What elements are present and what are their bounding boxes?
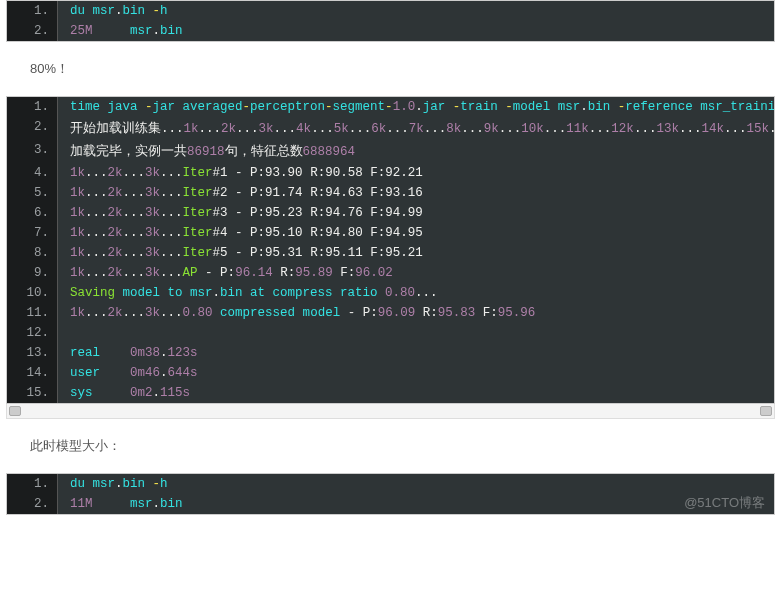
code-line: time java -jar averaged-perceptron-segme… — [58, 97, 776, 117]
line-number: 8. — [7, 243, 58, 263]
code-line: 1k...2k...3k...AP - P:96.14 R:95.89 F:96… — [58, 263, 776, 283]
code-line: real 0m38.123s — [58, 343, 776, 363]
code-block-1: 1.du msr.bin -h2.25M msr.bin — [6, 0, 775, 42]
line-number: 3. — [7, 140, 58, 163]
code-line: du msr.bin -h — [58, 474, 775, 494]
paragraph-model-size: 此时模型大小： — [30, 437, 751, 455]
code-line: 1k...2k...3k...Iter#3 - P:95.23 R:94.76 … — [58, 203, 776, 223]
horizontal-scrollbar[interactable] — [6, 404, 775, 419]
code-line: 25M msr.bin — [58, 21, 775, 41]
line-number: 13. — [7, 343, 58, 363]
line-number: 7. — [7, 223, 58, 243]
line-number: 2. — [7, 117, 58, 140]
line-number: 11. — [7, 303, 58, 323]
code-line: 1k...2k...3k...Iter#1 - P:93.90 R:90.58 … — [58, 163, 776, 183]
line-number: 2. — [7, 494, 58, 514]
line-number: 1. — [7, 97, 58, 117]
line-number: 4. — [7, 163, 58, 183]
line-number: 14. — [7, 363, 58, 383]
paragraph-80pct: 80%！ — [30, 60, 751, 78]
line-number: 1. — [7, 474, 58, 494]
line-number: 6. — [7, 203, 58, 223]
code-line: 1k...2k...3k...Iter#4 - P:95.10 R:94.80 … — [58, 223, 776, 243]
code-block-3: 1.du msr.bin -h2.11M msr.bin — [6, 473, 775, 515]
line-number: 9. — [7, 263, 58, 283]
code-line — [58, 323, 776, 343]
line-number: 10. — [7, 283, 58, 303]
line-number: 5. — [7, 183, 58, 203]
code-line: user 0m46.644s — [58, 363, 776, 383]
line-number: 2. — [7, 21, 58, 41]
code-line: 11M msr.bin — [58, 494, 775, 514]
code-block-2: 1.time java -jar averaged-perceptron-seg… — [6, 96, 775, 404]
code-line: Saving model to msr.bin at compress rati… — [58, 283, 776, 303]
code-line: 1k...2k...3k...Iter#5 - P:95.31 R:95.11 … — [58, 243, 776, 263]
code-line: 1k...2k...3k...0.80 compressed model - P… — [58, 303, 776, 323]
code-line: du msr.bin -h — [58, 1, 775, 21]
line-number: 1. — [7, 1, 58, 21]
code-line: 加载完毕，实例一共86918句，特征总数6888964 — [58, 140, 776, 163]
code-line: sys 0m2.115s — [58, 383, 776, 403]
line-number: 15. — [7, 383, 58, 403]
code-line: 1k...2k...3k...Iter#2 - P:91.74 R:94.63 … — [58, 183, 776, 203]
code-line: 开始加载训练集...1k...2k...3k...4k...5k...6k...… — [58, 117, 776, 140]
line-number: 12. — [7, 323, 58, 343]
